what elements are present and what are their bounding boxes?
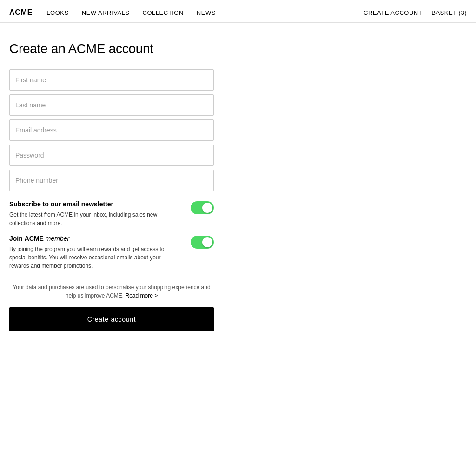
nav-item-looks[interactable]: LOOKS	[46, 9, 68, 16]
phone-input[interactable]	[9, 170, 214, 191]
member-toggle-label: Join ACME member	[9, 235, 181, 242]
newsletter-track	[191, 201, 214, 214]
password-input[interactable]	[9, 145, 214, 166]
last-name-input[interactable]	[9, 94, 214, 116]
password-field	[9, 145, 214, 166]
basket-link[interactable]: BASKET (3)	[431, 9, 467, 16]
header-left: ACME LOOKS NEW ARRIVALS COLLECTION NEWS	[9, 8, 216, 17]
nav: LOOKS NEW ARRIVALS COLLECTION NEWS	[46, 9, 216, 16]
email-field	[9, 119, 214, 141]
create-account-form: Subscribe to our email newsletter Get th…	[9, 69, 214, 331]
member-brand-name: ACME	[25, 235, 44, 242]
newsletter-toggle[interactable]	[191, 201, 214, 214]
newsletter-thumb	[202, 203, 212, 213]
privacy-text-content: Your data and purchases are used to pers…	[13, 284, 210, 299]
create-account-nav-link[interactable]: CREATE ACCOUNT	[364, 9, 422, 16]
member-thumb	[202, 237, 212, 247]
member-track	[191, 236, 214, 249]
newsletter-toggle-text: Subscribe to our email newsletter Get th…	[9, 200, 191, 227]
page-title: Create an ACME account	[9, 41, 214, 56]
main-content: Create an ACME account Subscribe to our …	[0, 23, 223, 350]
newsletter-toggle-section: Subscribe to our email newsletter Get th…	[9, 200, 214, 227]
last-name-field	[9, 94, 214, 116]
member-toggle-description: By joining the program you will earn rew…	[9, 245, 181, 270]
member-toggle-section: Join ACME member By joining the program …	[9, 235, 214, 270]
first-name-input[interactable]	[9, 69, 214, 91]
newsletter-toggle-description: Get the latest from ACME in your inbox, …	[9, 211, 181, 227]
first-name-field	[9, 69, 214, 91]
nav-item-collection[interactable]: COLLECTION	[143, 9, 184, 16]
member-label-suffix: member	[46, 235, 69, 242]
member-toggle-text: Join ACME member By joining the program …	[9, 235, 191, 270]
nav-item-new-arrivals[interactable]: NEW ARRIVALS	[82, 9, 130, 16]
header: ACME LOOKS NEW ARRIVALS COLLECTION NEWS …	[0, 0, 476, 23]
logo[interactable]: ACME	[9, 8, 33, 17]
nav-item-news[interactable]: NEWS	[197, 9, 216, 16]
privacy-text: Your data and purchases are used to pers…	[9, 283, 214, 300]
phone-field	[9, 170, 214, 191]
header-right: CREATE ACCOUNT BASKET (3)	[364, 9, 467, 16]
email-input[interactable]	[9, 119, 214, 141]
member-toggle[interactable]	[191, 236, 214, 249]
read-more-link[interactable]: Read more >	[126, 292, 158, 299]
member-label-prefix: Join	[9, 235, 25, 242]
newsletter-toggle-label: Subscribe to our email newsletter	[9, 200, 181, 208]
create-account-button[interactable]: Create account	[9, 307, 214, 331]
